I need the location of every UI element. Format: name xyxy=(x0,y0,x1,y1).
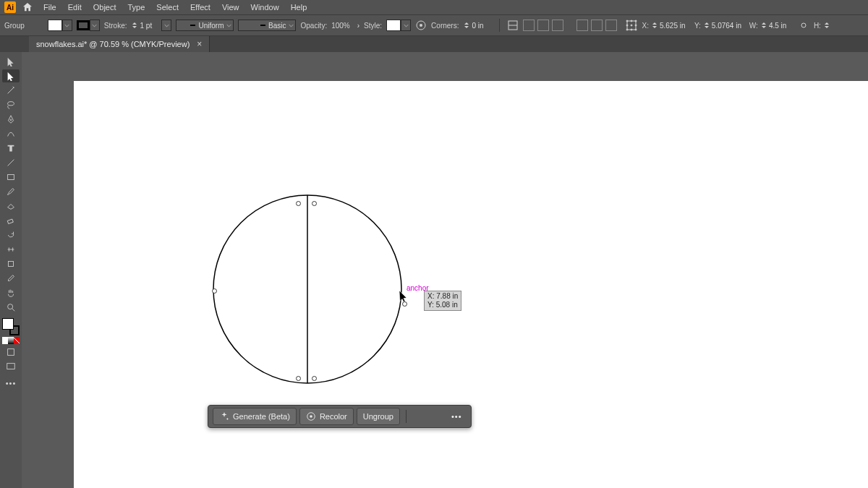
hand-tool[interactable] xyxy=(2,286,20,299)
brush-definition[interactable]: Basic xyxy=(238,20,296,31)
anchor-point[interactable] xyxy=(212,288,217,294)
menu-help[interactable]: Help xyxy=(291,3,307,12)
curvature-tool[interactable] xyxy=(2,127,20,140)
rectangle-tool[interactable] xyxy=(2,171,20,184)
fill-color-icon[interactable] xyxy=(2,318,14,330)
style-label: Style: xyxy=(364,22,382,30)
svg-point-11 xyxy=(635,25,637,26)
align-vcenter-icon[interactable] xyxy=(591,20,603,31)
artboard-canvas[interactable]: anchor X: 7.88 in Y: 5.08 in Generate (B… xyxy=(74,81,868,488)
free-transform-tool[interactable] xyxy=(2,257,20,270)
line-tool[interactable] xyxy=(2,156,20,169)
align-right-icon[interactable] xyxy=(552,20,563,31)
selection-tool[interactable] xyxy=(2,55,20,68)
menu-effect[interactable]: Effect xyxy=(190,3,210,12)
smart-guide-x: X: 7.88 in xyxy=(427,292,458,301)
w-field[interactable]: 4.5 in xyxy=(760,20,793,30)
corners-field[interactable]: 0 in xyxy=(463,20,492,30)
draw-mode-icon[interactable] xyxy=(2,346,20,359)
x-field[interactable]: 5.625 in xyxy=(651,20,690,30)
menu-file[interactable]: File xyxy=(43,3,56,12)
eyedropper-tool[interactable] xyxy=(2,272,20,285)
document-tab[interactable]: snowflakes.ai* @ 70.59 % (CMYK/Preview) … xyxy=(29,36,210,52)
graphic-style-dropdown[interactable] xyxy=(386,20,411,31)
anchor-point[interactable] xyxy=(296,376,301,381)
x-value[interactable]: 5.625 in xyxy=(660,22,690,30)
smart-guide-y: Y: 5.08 in xyxy=(427,301,458,309)
color-mode-row[interactable] xyxy=(2,337,20,344)
corners-label: Corners: xyxy=(431,22,459,30)
type-tool[interactable] xyxy=(2,142,20,155)
menu-edit[interactable]: Edit xyxy=(68,3,82,12)
align-bottom-icon[interactable] xyxy=(605,20,617,31)
stroke-weight-value[interactable]: 1 pt xyxy=(140,22,160,30)
width-tool[interactable] xyxy=(2,243,20,256)
h-field[interactable] xyxy=(823,20,830,30)
variable-width-profile[interactable]: Uniform xyxy=(176,20,234,31)
lasso-tool[interactable] xyxy=(2,98,20,111)
edit-properties-icon[interactable] xyxy=(412,408,421,424)
shaper-tool[interactable] xyxy=(2,200,20,213)
rotate-tool[interactable] xyxy=(2,228,20,241)
opacity-arrow-icon[interactable]: › xyxy=(357,22,359,30)
menu-window[interactable]: Window xyxy=(251,3,279,12)
fill-swatch-dropdown[interactable] xyxy=(48,20,72,31)
isolate-group-icon[interactable] xyxy=(507,20,519,31)
menu-type[interactable]: Type xyxy=(128,3,145,12)
svg-line-17 xyxy=(8,160,14,166)
lock-icon[interactable] xyxy=(435,408,444,424)
svg-point-14 xyxy=(635,29,637,30)
anchor-point[interactable] xyxy=(296,201,301,206)
chevron-down-icon[interactable] xyxy=(161,20,171,31)
anchor-point[interactable] xyxy=(402,301,407,307)
w-label: W: xyxy=(749,22,758,30)
paintbrush-tool[interactable] xyxy=(2,185,20,198)
smart-guide-coords: X: 7.88 in Y: 5.08 in xyxy=(424,291,461,311)
stroke-weight-field[interactable]: 1 pt xyxy=(131,20,171,31)
menu-select[interactable]: Select xyxy=(156,3,179,12)
transform-reference-icon[interactable] xyxy=(626,20,637,31)
anchor-point[interactable] xyxy=(312,376,317,381)
align-buttons xyxy=(523,20,563,31)
edit-toolbar-icon[interactable]: ••• xyxy=(6,379,17,388)
home-icon[interactable] xyxy=(22,1,33,13)
stroke-swatch-dropdown[interactable] xyxy=(77,20,100,31)
close-tab-icon[interactable]: × xyxy=(197,39,202,49)
eraser-tool[interactable] xyxy=(2,214,20,227)
menu-view[interactable]: View xyxy=(222,3,239,12)
align-top-icon[interactable] xyxy=(576,20,588,31)
align-left-icon[interactable] xyxy=(523,20,535,31)
arrange-icon[interactable] xyxy=(424,408,433,424)
opacity-label: Opacity: xyxy=(300,22,327,30)
menu-object[interactable]: Object xyxy=(93,3,116,12)
w-value[interactable]: 4.5 in xyxy=(769,22,793,30)
x-label: X: xyxy=(642,22,648,30)
color-wheel-icon xyxy=(306,411,316,421)
generate-beta-button[interactable]: Generate (Beta) xyxy=(213,408,297,425)
align-hcenter-icon[interactable] xyxy=(537,20,549,31)
artwork-group[interactable] xyxy=(211,193,404,385)
anchor-point[interactable] xyxy=(312,201,317,206)
fill-stroke-indicator[interactable] xyxy=(2,318,20,335)
direct-selection-tool[interactable] xyxy=(2,69,20,82)
y-field[interactable]: 5.0764 in xyxy=(703,20,745,30)
zoom-tool[interactable] xyxy=(2,301,20,314)
separator xyxy=(499,19,500,32)
selection-type-label: Group xyxy=(4,22,25,30)
corners-value[interactable]: 0 in xyxy=(472,22,492,30)
ungroup-button[interactable]: Ungroup xyxy=(357,408,400,425)
svg-rect-18 xyxy=(8,175,14,180)
more-icon[interactable]: ••• xyxy=(447,408,467,424)
link-wh-icon[interactable] xyxy=(798,20,809,31)
chevron-down-icon xyxy=(90,20,100,31)
y-value[interactable]: 5.0764 in xyxy=(712,22,745,30)
recolor-artwork-icon[interactable] xyxy=(415,20,427,31)
recolor-button[interactable]: Recolor xyxy=(299,408,354,425)
svg-rect-19 xyxy=(7,219,13,224)
svg-rect-24 xyxy=(7,364,15,369)
screen-mode-icon[interactable] xyxy=(2,360,20,373)
pen-tool[interactable] xyxy=(2,113,20,126)
magic-wand-tool[interactable] xyxy=(2,84,20,97)
svg-point-3 xyxy=(420,24,422,27)
opacity-value[interactable]: 100% xyxy=(331,22,350,30)
